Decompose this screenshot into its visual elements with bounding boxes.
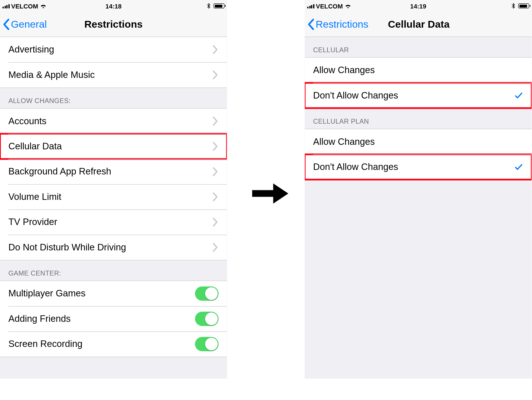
chevron-right-icon [212, 117, 219, 126]
row-label: Allow Changes [313, 136, 523, 147]
chevron-right-icon [212, 45, 219, 54]
cellular-data-screen: VELCOM 14:19 Restrictions Cellular Data … [305, 0, 532, 379]
bluetooth-icon [510, 3, 516, 9]
chevron-right-icon [212, 142, 219, 151]
row-advertising[interactable]: Advertising [0, 37, 227, 62]
wifi-icon [40, 3, 47, 9]
toggle-switch[interactable] [195, 287, 218, 301]
transition-arrow-icon [252, 181, 288, 208]
chevron-left-icon [307, 18, 315, 30]
row-allow-changes[interactable]: Allow Changes [305, 129, 532, 154]
row-dont-allow-changes[interactable]: Don't Allow Changes [305, 154, 532, 180]
row-label: Adding Friends [8, 313, 195, 324]
row-volume-limit[interactable]: Volume Limit [0, 184, 227, 209]
status-bar: VELCOM 14:19 [305, 0, 532, 12]
row-label: Background App Refresh [8, 166, 212, 177]
chevron-left-icon [3, 18, 10, 30]
row-label: Multiplayer Games [8, 288, 195, 299]
settings-group: Multiplayer Games Adding Friends Screen … [0, 281, 227, 357]
section-header-allow-changes: ALLOW CHANGES: [0, 88, 227, 108]
settings-group: Allow Changes Don't Allow Changes [305, 57, 532, 109]
wifi-icon [344, 3, 351, 9]
row-screen-recording[interactable]: Screen Recording [0, 331, 227, 357]
settings-group: Allow Changes Don't Allow Changes [305, 129, 532, 180]
row-label: TV Provider [8, 217, 212, 228]
back-label: General [11, 18, 47, 30]
checkmark-icon [514, 91, 523, 100]
section-header-game-center: GAME CENTER: [0, 260, 227, 281]
checkmark-icon [514, 162, 523, 172]
row-label: Media & Apple Music [8, 69, 212, 80]
nav-bar: Restrictions Cellular Data [305, 12, 532, 37]
chevron-right-icon [212, 243, 219, 252]
row-dont-allow-changes[interactable]: Don't Allow Changes [305, 83, 532, 108]
battery-icon [214, 3, 225, 8]
chevron-right-icon [212, 217, 219, 227]
row-multiplayer-games[interactable]: Multiplayer Games [0, 281, 227, 306]
row-label: Do Not Disturb While Driving [8, 242, 212, 253]
chevron-right-icon [212, 167, 219, 176]
row-allow-changes[interactable]: Allow Changes [305, 58, 532, 83]
row-tv-provider[interactable]: TV Provider [0, 209, 227, 235]
row-label: Volume Limit [8, 191, 212, 202]
carrier-label: VELCOM [11, 2, 38, 9]
section-header-cellular-plan: CELLULAR PLAN [305, 108, 532, 129]
row-background-app-refresh[interactable]: Background App Refresh [0, 159, 227, 184]
settings-group: Accounts Cellular Data Background App Re… [0, 108, 227, 260]
bluetooth-icon [205, 3, 212, 9]
carrier-label: VELCOM [316, 2, 343, 9]
row-label: Accounts [8, 116, 212, 127]
nav-bar: General Restrictions [0, 12, 227, 37]
row-label: Don't Allow Changes [313, 161, 514, 172]
row-adding-friends[interactable]: Adding Friends [0, 306, 227, 331]
back-label: Restrictions [316, 18, 368, 30]
row-label: Allow Changes [313, 65, 523, 76]
toggle-switch[interactable] [195, 312, 218, 326]
status-bar: VELCOM 14:18 [0, 0, 227, 12]
row-label: Don't Allow Changes [313, 90, 514, 101]
row-do-not-disturb-driving[interactable]: Do Not Disturb While Driving [0, 235, 227, 260]
battery-icon [518, 3, 529, 8]
chevron-right-icon [212, 192, 219, 202]
row-accounts[interactable]: Accounts [0, 108, 227, 134]
signal-icon [3, 3, 10, 8]
row-cellular-data[interactable]: Cellular Data [0, 134, 227, 159]
chevron-right-icon [212, 70, 219, 80]
row-media-apple-music[interactable]: Media & Apple Music [0, 62, 227, 88]
settings-group: Advertising Media & Apple Music [0, 37, 227, 88]
row-label: Advertising [8, 44, 212, 55]
section-header-cellular: CELLULAR [305, 37, 532, 57]
back-button[interactable]: General [0, 18, 47, 30]
row-label: Screen Recording [8, 338, 195, 349]
signal-icon [307, 3, 314, 8]
back-button[interactable]: Restrictions [305, 18, 368, 30]
restrictions-screen: VELCOM 14:18 General Restrictions Advert… [0, 0, 227, 379]
row-label: Cellular Data [8, 141, 212, 152]
toggle-switch[interactable] [195, 337, 218, 351]
